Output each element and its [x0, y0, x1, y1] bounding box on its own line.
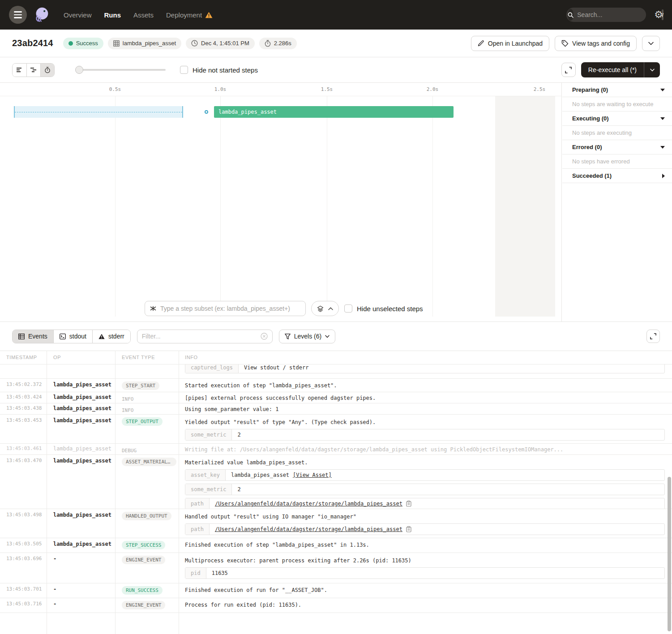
col-info: INFO — [179, 351, 672, 364]
log-message: Using some_parameter value: 1 — [179, 403, 672, 414]
op-name: lambda_pipes_asset — [47, 509, 116, 538]
path-link[interactable]: /Users/alangenfeld/data/dagster/storage/… — [215, 501, 402, 507]
view-tags-config-label: View tags and config — [572, 40, 630, 47]
nav-item-runs[interactable]: Runs — [104, 11, 121, 19]
view-mode-timed-button[interactable] — [40, 64, 54, 77]
view-asset-link[interactable]: [View Asset] — [293, 472, 332, 478]
event-type-text: INFO — [122, 407, 134, 413]
graph-query-toggle-button[interactable] — [311, 301, 339, 316]
log-row[interactable]: captured_logs View stdout / stderr — [0, 364, 672, 379]
axis-tick: 1.5s — [321, 86, 333, 92]
nav-item-deployment[interactable]: Deployment — [166, 11, 213, 19]
log-row[interactable]: 13:45:03.498 lambda_pipes_asset HANDLED_… — [0, 509, 672, 538]
run-actions-dropdown-button[interactable] — [642, 36, 660, 51]
metadata-value: 2 — [232, 429, 246, 440]
reexecute-button[interactable]: Re-execute all (*) — [581, 62, 660, 77]
metadata-entry: captured_logs View stdout / stderr — [185, 364, 665, 373]
gantt-step-bar[interactable]: lambda_pipes_asset — [214, 106, 454, 118]
nav-item-overview[interactable]: Overview — [64, 11, 92, 19]
view-mode-group — [12, 63, 55, 77]
levels-filter-button[interactable]: Levels (6) — [279, 330, 335, 343]
tab-stderr-label: stderr — [108, 333, 124, 340]
log-row[interactable]: 13:45:03.461 lambda_pipes_asset DEBUG Wr… — [0, 444, 672, 455]
gantt-toolbar: Hide not started steps Re-execute all (*… — [0, 57, 672, 83]
log-row-empty — [0, 613, 672, 634]
tab-stdout[interactable]: stdout — [53, 330, 92, 343]
log-fullscreen-button[interactable] — [646, 330, 660, 343]
col-event-type: EVENT TYPE — [116, 351, 179, 364]
zoom-slider[interactable] — [76, 66, 166, 74]
op-name: - — [47, 583, 116, 598]
gantt-time-axis: 0.5s 1.0s 1.5s 2.0s 2.5s — [0, 83, 561, 96]
log-row[interactable]: 13:45:03.470 lambda_pipes_asset ASSET_MA… — [0, 455, 672, 509]
tab-stdout-label: stdout — [69, 333, 86, 340]
section-errored[interactable]: Errored (0) — [562, 140, 672, 154]
zoom-slider-knob[interactable] — [75, 66, 83, 74]
view-mode-flat-button[interactable] — [13, 64, 26, 77]
start-time-label: Dec 4, 1:45:01 PM — [201, 40, 249, 47]
asset-tag[interactable]: lambda_pipes_asset — [108, 38, 181, 49]
tab-events[interactable]: Events — [13, 330, 53, 343]
timestamp: 13:45:03.461 — [0, 444, 47, 454]
hamburger-menu-button[interactable] — [9, 6, 27, 24]
nav-item-assets[interactable]: Assets — [133, 11, 154, 19]
search-input[interactable] — [574, 11, 662, 18]
event-type-badge: ENGINE_EVENT — [122, 601, 165, 609]
view-tags-config-button[interactable]: View tags and config — [555, 36, 637, 51]
table-icon — [18, 334, 25, 339]
hide-not-started-checkbox[interactable] — [180, 66, 188, 74]
log-message: Yielded output "result" of type "Any". (… — [185, 417, 665, 426]
section-succeeded[interactable]: Succeeded (1) — [562, 169, 672, 183]
log-row[interactable]: 13:45:03.453 lambda_pipes_asset STEP_OUT… — [0, 415, 672, 444]
metadata-key: captured_logs — [185, 364, 239, 373]
section-executing[interactable]: Executing (0) — [562, 111, 672, 126]
log-row[interactable]: 13:45:02.372 lambda_pipes_asset STEP_STA… — [0, 379, 672, 392]
log-row[interactable]: 13:45:03.716 - ENGINE_EVENT Process for … — [0, 598, 672, 613]
timestamp: 13:45:03.424 — [0, 392, 47, 403]
log-row[interactable]: 13:45:03.696 - ENGINE_EVENT Multiprocess… — [0, 553, 672, 583]
log-message: Materialized value lambda_pipes_asset. — [185, 458, 665, 467]
log-message: Finished execution of step "lambda_pipes… — [179, 538, 672, 553]
reexecute-dropdown-button[interactable] — [644, 62, 660, 77]
hide-unselected-checkbox[interactable] — [344, 304, 352, 313]
tab-events-label: Events — [28, 333, 47, 340]
open-in-launchpad-button[interactable]: Open in Launchpad — [471, 36, 549, 51]
log-filter-input[interactable] — [142, 333, 261, 340]
log-row[interactable]: 13:45:03.438 lambda_pipes_asset INFO Usi… — [0, 403, 672, 415]
open-in-launchpad-label: Open in Launchpad — [488, 40, 543, 47]
log-table-header: TIMESTAMP OP EVENT TYPE INFO — [0, 351, 672, 364]
copy-icon[interactable] — [406, 501, 411, 507]
tab-stderr[interactable]: stderr — [92, 330, 130, 343]
log-row[interactable]: 13:45:03.505 lambda_pipes_asset STEP_SUC… — [0, 538, 672, 553]
log-row[interactable]: 13:45:03.701 - RUN_SUCCESS Finished exec… — [0, 583, 672, 598]
metadata-key: path — [185, 524, 210, 535]
op-name: lambda_pipes_asset — [47, 538, 116, 553]
log-row[interactable]: 13:45:03.424 lambda_pipes_asset INFO [pi… — [0, 392, 672, 403]
metadata-entry: pid 11635 — [185, 567, 665, 579]
metadata-entry: path /Users/alangenfeld/data/dagster/sto… — [185, 523, 665, 535]
clear-filter-icon[interactable] — [261, 333, 268, 340]
gantt-fullscreen-button[interactable] — [561, 63, 576, 77]
view-mode-waterfall-button[interactable] — [26, 64, 40, 77]
axis-tick: 0.5s — [109, 86, 121, 92]
metadata-value: 11635 — [206, 568, 233, 578]
metadata-key: some_metric — [185, 429, 232, 440]
event-type-badge: ASSET_MATERIALIZAT… — [122, 458, 176, 466]
step-subset-input[interactable] — [160, 305, 301, 312]
view-stdout-stderr-link[interactable]: View stdout / stderr — [244, 364, 309, 371]
timestamp: 13:45:03.701 — [0, 583, 47, 598]
global-search[interactable]: / — [566, 8, 646, 22]
reexecute-label: Re-execute all (*) — [581, 66, 644, 73]
hide-unselected-label: Hide unselected steps — [357, 305, 423, 313]
waterfall-icon — [30, 67, 37, 73]
expand-icon — [565, 67, 572, 73]
section-preparing[interactable]: Preparing (0) — [562, 83, 672, 97]
settings-gear-icon[interactable]: ⚙ — [654, 10, 663, 20]
path-link[interactable]: /Users/alangenfeld/data/dagster/storage/… — [215, 526, 402, 532]
log-filter-box — [137, 330, 273, 343]
pencil-icon — [478, 40, 484, 47]
dagster-logo-icon[interactable] — [32, 5, 51, 24]
copy-icon[interactable] — [406, 526, 411, 532]
layers-icon — [317, 305, 324, 312]
log-scrollbar-thumb[interactable] — [668, 477, 671, 631]
